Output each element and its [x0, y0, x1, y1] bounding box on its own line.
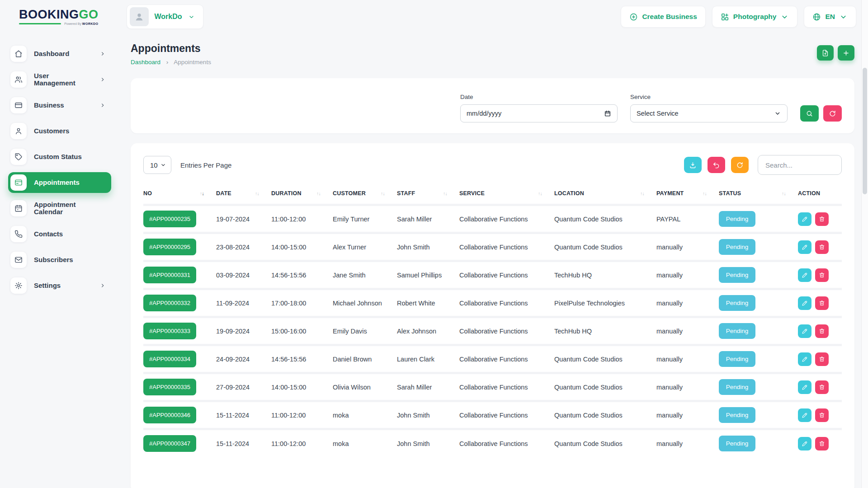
- export-appointments-button[interactable]: [817, 45, 834, 61]
- filter-reset-button[interactable]: [823, 105, 842, 122]
- delete-button[interactable]: [815, 408, 829, 422]
- date-field-group: Date mm/dd/yyyy: [460, 94, 618, 122]
- filter-search-button[interactable]: [800, 105, 819, 122]
- cell-customer: Alex Turner: [333, 233, 397, 261]
- topbar: BOOKINGGO Powered By WORKDO WorkDo Creat…: [0, 0, 868, 33]
- language-label: EN: [825, 13, 835, 21]
- sidebar-item-appointments[interactable]: Appointments: [8, 172, 111, 193]
- delete-button[interactable]: [815, 437, 829, 450]
- column-header-payment[interactable]: PAYMENT↑↓: [656, 188, 719, 205]
- edit-button[interactable]: [798, 296, 811, 310]
- trash-icon: [819, 272, 825, 278]
- logo-tagline: Powered By WORKDO: [64, 22, 98, 25]
- edit-button[interactable]: [798, 240, 811, 254]
- column-header-duration[interactable]: DURATION↑↓: [271, 188, 333, 205]
- column-header-status[interactable]: STATUS↑↓: [719, 188, 798, 205]
- edit-button[interactable]: [798, 408, 811, 422]
- edit-button[interactable]: [798, 380, 811, 394]
- grid-plus-icon: [721, 13, 729, 21]
- chevron-right-icon: [99, 76, 106, 83]
- sort-icon[interactable]: ↑↓: [381, 191, 385, 196]
- module-switcher-button[interactable]: Photography: [712, 6, 798, 28]
- cell-staff: Sarah Miller: [397, 205, 459, 233]
- edit-button[interactable]: [798, 324, 811, 338]
- delete-button[interactable]: [815, 324, 829, 338]
- sidebar-item-customers[interactable]: Customers: [8, 121, 111, 141]
- phone-icon: [10, 226, 27, 242]
- calendar-icon[interactable]: [604, 110, 611, 117]
- sidebar-item-settings[interactable]: Settings: [8, 275, 111, 296]
- sidebar-item-label: Settings: [34, 282, 92, 289]
- chevron-right-icon: [99, 51, 106, 57]
- cell-date: 19-09-2024: [216, 317, 271, 345]
- column-header-customer[interactable]: CUSTOMER↑↓: [333, 188, 397, 205]
- sort-icon[interactable]: ↑↓: [255, 191, 259, 196]
- sidebar-item-contacts[interactable]: Contacts: [8, 224, 111, 244]
- breadcrumb: Dashboard › Appointments: [131, 59, 211, 66]
- service-select[interactable]: Select Service: [630, 104, 788, 122]
- sort-icon[interactable]: ↑↓: [443, 191, 448, 196]
- sort-icon[interactable]: ↑↓: [703, 191, 707, 196]
- column-header-service[interactable]: SERVICE↑↓: [459, 188, 554, 205]
- sidebar-item-dashboard[interactable]: Dashboard: [8, 43, 111, 64]
- sort-icon[interactable]: ↑↓: [538, 191, 542, 196]
- column-header-location[interactable]: LOCATION↑↓: [554, 188, 656, 205]
- date-input[interactable]: mm/dd/yyyy: [460, 104, 618, 122]
- sidebar-item-label: Custom Status: [34, 153, 106, 160]
- entries-per-page-select[interactable]: 10: [143, 156, 171, 174]
- search-input[interactable]: [764, 161, 835, 169]
- scrollbar-thumb[interactable]: [863, 68, 867, 194]
- sort-icon[interactable]: ↑↓: [640, 191, 645, 196]
- add-appointment-button[interactable]: [838, 45, 854, 61]
- delete-button[interactable]: [815, 212, 829, 226]
- table-row: #APP00000333 19-09-2024 15:00-16:00 Emil…: [143, 317, 842, 345]
- delete-button[interactable]: [815, 352, 829, 366]
- filter-panel: Date mm/dd/yyyy Service Select Service: [131, 78, 854, 133]
- sidebar-item-subscribers[interactable]: Subscribers: [8, 249, 111, 270]
- edit-button[interactable]: [798, 268, 811, 282]
- cell-location: Quantum Code Studios: [554, 205, 656, 233]
- sidebar-item-appointment-calendar[interactable]: Appointment Calendar: [8, 198, 111, 219]
- delete-button[interactable]: [815, 268, 829, 282]
- page-scrollbar[interactable]: [861, 0, 868, 488]
- main-content: Appointments Dashboard › Appointments Da…: [123, 33, 868, 488]
- column-header-no[interactable]: NO↑↓: [143, 188, 216, 205]
- sort-icon[interactable]: ↑↓: [200, 191, 204, 196]
- sidebar-item-user-management[interactable]: User Management: [8, 69, 111, 90]
- cell-date: 19-07-2024: [216, 205, 271, 233]
- pencil-icon: [802, 300, 808, 306]
- sidebar-item-label: Customers: [34, 127, 106, 135]
- entries-per-page-label: Entries Per Page: [180, 161, 231, 169]
- edit-button[interactable]: [798, 212, 811, 226]
- workspace-switcher[interactable]: WorkDo: [127, 5, 203, 29]
- delete-button[interactable]: [815, 296, 829, 310]
- appointment-id-badge: #APP00000332: [143, 295, 196, 311]
- undo-button[interactable]: [708, 157, 725, 173]
- reload-button[interactable]: [731, 157, 749, 173]
- edit-button[interactable]: [798, 437, 811, 450]
- edit-button[interactable]: [798, 352, 811, 366]
- appointments-panel: 10 Entries Per Page: [131, 143, 854, 488]
- sidebar-item-business[interactable]: Business: [8, 95, 111, 116]
- cell-duration: 11:00-12:00: [271, 401, 333, 429]
- download-button[interactable]: [684, 157, 702, 173]
- column-header-date[interactable]: DATE↑↓: [216, 188, 271, 205]
- logo-text-secondary: GO: [79, 8, 99, 21]
- breadcrumb-dashboard-link[interactable]: Dashboard: [131, 59, 160, 66]
- file-export-icon: [821, 49, 829, 57]
- sort-icon[interactable]: ↑↓: [316, 191, 321, 196]
- delete-button[interactable]: [815, 240, 829, 254]
- create-business-button[interactable]: Create Business: [621, 6, 705, 28]
- delete-button[interactable]: [815, 380, 829, 394]
- sort-icon[interactable]: ↑↓: [782, 191, 786, 196]
- appointment-id-badge: #APP00000235: [143, 211, 196, 227]
- table-row: #APP00000334 24-09-2024 14:56-15:56 Dani…: [143, 345, 842, 373]
- cell-service: Collaborative Functions: [459, 233, 554, 261]
- language-switcher-button[interactable]: EN: [804, 6, 856, 28]
- cell-customer: Jane Smith: [333, 261, 397, 289]
- status-badge: Pending: [719, 239, 755, 255]
- cell-staff: John Smith: [397, 401, 459, 429]
- pencil-icon: [802, 216, 808, 222]
- column-header-staff[interactable]: STAFF↑↓: [397, 188, 459, 205]
- sidebar-item-custom-status[interactable]: Custom Status: [8, 146, 111, 167]
